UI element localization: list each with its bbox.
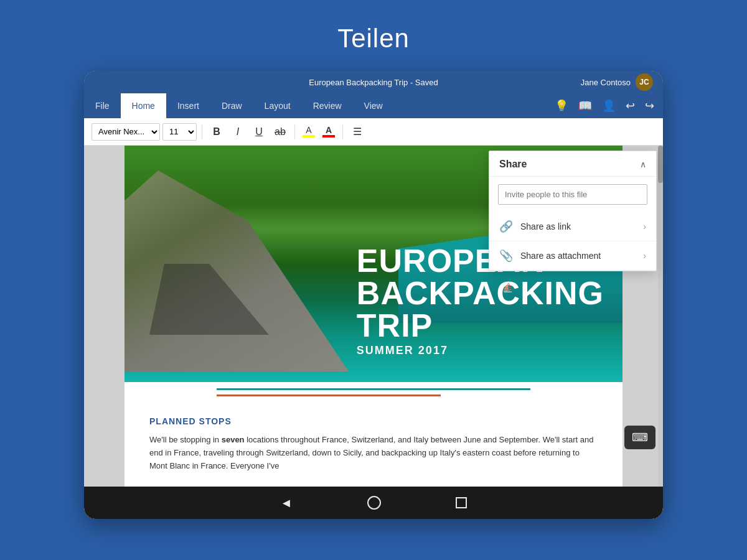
home-nav-button[interactable]: [367, 496, 381, 510]
share-as-link-left: 🔗 Share as link: [499, 220, 571, 233]
share-attachment-chevron-icon: ›: [643, 251, 646, 261]
share-close-button[interactable]: ∧: [640, 159, 646, 169]
page-title: Teilen: [337, 24, 410, 54]
scrollbar[interactable]: [658, 146, 663, 487]
nav-bar: ◄: [84, 487, 663, 519]
keyboard-button[interactable]: ⌨: [624, 426, 655, 449]
share-as-attachment-label: Share as attachment: [520, 251, 601, 261]
toolbar-separator-3: [342, 124, 343, 139]
share-link-chevron-icon: ›: [643, 222, 646, 231]
person-add-icon[interactable]: 👤: [602, 99, 616, 113]
share-as-link-label: Share as link: [520, 222, 571, 231]
toolbar-separator-2: [294, 124, 295, 139]
book-icon[interactable]: 📖: [578, 99, 592, 113]
italic-button[interactable]: I: [228, 123, 247, 141]
share-panel: Share ∧ 🔗 Share as link › 📎 Share as att…: [489, 151, 657, 271]
word-app: European Backpacking Trip - Saved Jane C…: [84, 71, 663, 519]
toolbar: Avenir Nex... 11 B I U ab A A ☰: [84, 118, 663, 146]
deco-line-orange: [217, 394, 441, 396]
bold-button[interactable]: B: [207, 123, 226, 141]
user-avatar[interactable]: JC: [636, 73, 653, 91]
hero-title-line3: TRIP: [357, 309, 604, 342]
deco-line-teal: [217, 388, 530, 390]
sailboat-icon: ⛵: [502, 282, 513, 292]
section-title: PLANNED STOPS: [149, 416, 598, 426]
menu-layout[interactable]: Layout: [253, 93, 302, 118]
share-header: Share ∧: [489, 151, 656, 177]
font-size-select[interactable]: 11: [162, 123, 197, 141]
toolbar-separator-1: [202, 124, 202, 139]
menu-bar: File Home Insert Draw Layout Review View…: [84, 93, 663, 118]
text-color-letter: A: [326, 126, 332, 134]
share-link-icon: 🔗: [499, 220, 513, 233]
text-color-button[interactable]: A: [320, 124, 337, 139]
font-family-select[interactable]: Avenir Nex...: [92, 123, 160, 141]
menu-insert[interactable]: Insert: [166, 93, 210, 118]
recents-nav-button[interactable]: [456, 497, 467, 508]
highlight-button[interactable]: A: [300, 124, 317, 139]
menu-draw[interactable]: Draw: [210, 93, 253, 118]
highlight-color-bar: [303, 135, 315, 138]
back-nav-button[interactable]: ◄: [280, 496, 293, 510]
undo-icon[interactable]: ↩: [626, 99, 635, 113]
document-body-text: We'll be stopping in seven locations thr…: [149, 434, 598, 472]
redo-icon[interactable]: ↪: [645, 99, 654, 113]
menu-view[interactable]: View: [353, 93, 394, 118]
share-as-link-option[interactable]: 🔗 Share as link ›: [489, 212, 656, 241]
document-body: PLANNED STOPS We'll be stopping in seven…: [125, 401, 622, 487]
menu-home[interactable]: Home: [121, 93, 166, 118]
user-name: Jane Contoso: [581, 78, 631, 87]
underline-button[interactable]: U: [250, 123, 268, 141]
strikethrough-button[interactable]: ab: [271, 123, 289, 141]
share-title: Share: [499, 159, 527, 170]
hero-title-line2: BACKPACKING: [357, 277, 604, 309]
highlight-letter: A: [306, 126, 311, 134]
menu-file[interactable]: File: [84, 93, 121, 118]
attachment-icon: 📎: [499, 249, 513, 263]
share-as-attachment-left: 📎 Share as attachment: [499, 249, 601, 263]
deco-lines-container: [125, 382, 622, 401]
document-title: European Backpacking Trip - Saved: [309, 78, 438, 87]
tablet-frame: European Backpacking Trip - Saved Jane C…: [84, 71, 663, 519]
user-info: Jane Contoso JC: [581, 73, 653, 91]
lightbulb-icon[interactable]: 💡: [555, 99, 568, 113]
invite-people-input[interactable]: [498, 184, 647, 205]
menu-review[interactable]: Review: [302, 93, 353, 118]
menu-icons: 💡 📖 👤 ↩ ↪: [555, 93, 663, 118]
scrollbar-thumb[interactable]: [658, 146, 663, 183]
share-as-attachment-option[interactable]: 📎 Share as attachment ›: [489, 241, 656, 271]
keyboard-icon: ⌨: [632, 431, 648, 444]
text-color-bar: [322, 135, 335, 138]
title-bar: European Backpacking Trip - Saved Jane C…: [84, 71, 663, 93]
hero-subtitle: SUMMER 2017: [357, 344, 604, 357]
list-button[interactable]: ☰: [348, 123, 367, 141]
content-area: EUROPEAN BACKPACKING TRIP SUMMER 2017 ⛵: [84, 146, 663, 487]
